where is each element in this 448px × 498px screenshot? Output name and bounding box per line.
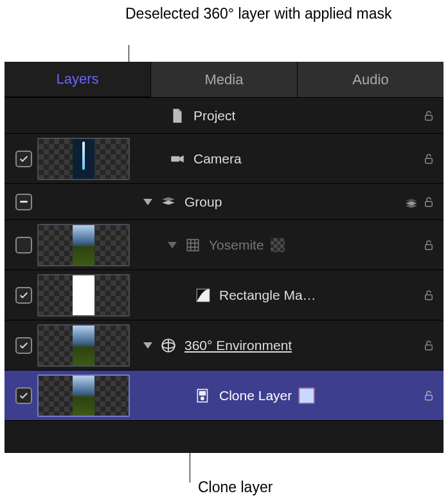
env360-icon bbox=[159, 337, 178, 354]
group-label: Group bbox=[184, 194, 222, 210]
camera-icon bbox=[168, 151, 187, 167]
clone-label: Clone Layer bbox=[219, 388, 292, 403]
svg-rect-1 bbox=[171, 156, 179, 161]
clone-badge-icon bbox=[298, 387, 315, 404]
checkbox-camera[interactable] bbox=[15, 151, 32, 167]
tab-audio[interactable]: Audio bbox=[298, 62, 444, 98]
disclosure-group[interactable] bbox=[143, 199, 152, 205]
svg-rect-16 bbox=[200, 391, 206, 394]
annotation-bottom: Clone layer bbox=[198, 477, 273, 497]
svg-rect-2 bbox=[426, 158, 433, 163]
checkbox-env[interactable] bbox=[15, 337, 32, 354]
disclosure-yosemite[interactable] bbox=[168, 242, 177, 248]
row-360-environment[interactable]: 360° Environment bbox=[4, 320, 444, 371]
row-rectangle-mask[interactable]: Rectangle Ma… bbox=[4, 270, 444, 320]
thumbnail-camera[interactable] bbox=[37, 138, 130, 180]
checkbox-clone[interactable] bbox=[15, 387, 32, 404]
row-group[interactable]: Group bbox=[4, 184, 444, 220]
thumbnail-mask[interactable] bbox=[37, 274, 130, 317]
lock-icon[interactable] bbox=[423, 196, 435, 208]
checkbox-yosemite[interactable] bbox=[15, 237, 32, 254]
thumbnail-env[interactable] bbox=[37, 324, 130, 367]
annotation-top: Deselected 360° layer with applied mask bbox=[125, 4, 391, 24]
svg-rect-9 bbox=[426, 244, 433, 250]
svg-rect-0 bbox=[426, 115, 433, 120]
alpha-indicator-icon bbox=[271, 238, 285, 252]
lock-icon[interactable] bbox=[423, 239, 435, 251]
tab-media[interactable]: Media bbox=[151, 62, 298, 98]
project-label: Project bbox=[193, 108, 235, 124]
svg-rect-18 bbox=[426, 395, 433, 400]
layers-panel: Layers Media Audio Project bbox=[4, 62, 444, 453]
row-yosemite[interactable]: Yosemite bbox=[4, 220, 444, 270]
mask-icon bbox=[193, 287, 213, 304]
row-project[interactable]: Project bbox=[4, 98, 444, 134]
tab-bar: Layers Media Audio bbox=[4, 62, 444, 98]
lock-icon[interactable] bbox=[423, 340, 435, 351]
thumbnail-clone[interactable] bbox=[37, 374, 130, 417]
checkbox-mask[interactable] bbox=[15, 287, 32, 304]
camera-label: Camera bbox=[193, 151, 242, 167]
disclosure-env[interactable] bbox=[143, 342, 152, 349]
project-icon bbox=[168, 107, 187, 124]
lock-icon[interactable] bbox=[423, 110, 435, 122]
lock-icon[interactable] bbox=[423, 153, 435, 165]
group-icon bbox=[159, 194, 178, 210]
svg-rect-4 bbox=[187, 239, 198, 250]
lock-icon[interactable] bbox=[423, 390, 435, 401]
checkbox-group[interactable] bbox=[15, 194, 32, 210]
env360-label: 360° Environment bbox=[184, 338, 292, 353]
yosemite-label: Yosemite bbox=[209, 237, 264, 253]
layers-stack-icon[interactable] bbox=[404, 195, 419, 209]
film-icon bbox=[183, 237, 202, 254]
thumbnail-yosemite[interactable] bbox=[37, 224, 130, 266]
svg-rect-14 bbox=[426, 345, 433, 350]
clone-icon bbox=[193, 387, 213, 404]
mask-label: Rectangle Ma… bbox=[219, 288, 316, 303]
svg-rect-3 bbox=[426, 201, 433, 207]
row-clone-layer[interactable]: Clone Layer bbox=[4, 371, 444, 421]
tab-layers[interactable]: Layers bbox=[4, 62, 151, 98]
lock-icon[interactable] bbox=[423, 290, 435, 301]
svg-point-17 bbox=[201, 397, 204, 400]
svg-rect-11 bbox=[426, 295, 433, 300]
row-camera[interactable]: Camera bbox=[4, 134, 444, 184]
